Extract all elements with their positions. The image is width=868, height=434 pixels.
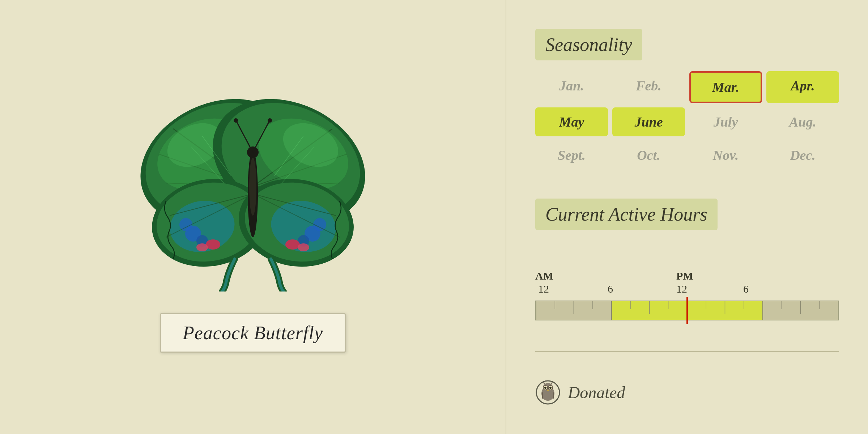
butterfly-display: Peacock Butterfly xyxy=(130,82,376,353)
seasonality-title: Seasonality xyxy=(535,29,642,60)
current-time-marker xyxy=(686,297,688,324)
month-aug: Aug. xyxy=(766,107,839,136)
svg-point-23 xyxy=(196,243,208,251)
month-mar: Mar. xyxy=(689,71,762,103)
month-jan: Jan. xyxy=(535,71,608,103)
svg-point-22 xyxy=(206,239,220,250)
am-label: AM xyxy=(535,270,553,282)
am-6-label: 6 xyxy=(608,283,613,295)
donated-label: Donated xyxy=(568,383,625,402)
pm-6-label: 6 xyxy=(743,283,749,295)
svg-point-41 xyxy=(234,118,238,123)
butterfly-name: Peacock Butterfly xyxy=(183,323,323,343)
active-hours-section: Current Active Hours AM 12 6 PM 12 6 xyxy=(535,199,839,326)
svg-point-37 xyxy=(249,158,256,216)
svg-point-20 xyxy=(179,218,192,231)
svg-point-32 xyxy=(285,239,300,250)
month-sept: Sept. xyxy=(535,141,608,170)
month-oct: Oct. xyxy=(612,141,685,170)
svg-point-42 xyxy=(268,118,272,123)
left-panel: Peacock Butterfly xyxy=(0,0,506,434)
donated-section: Donated xyxy=(535,380,839,405)
active-hours-title: Current Active Hours xyxy=(535,199,718,230)
seasonality-grid: Jan. Feb. Mar. Apr. May June xyxy=(535,71,839,170)
month-may: May xyxy=(535,107,608,136)
right-panel: Seasonality Jan. Feb. Mar. Apr. May xyxy=(506,0,868,434)
month-nov: Nov. xyxy=(689,141,762,170)
owl-icon xyxy=(535,380,561,405)
month-feb: Feb. xyxy=(612,71,685,103)
name-plate: Peacock Butterfly xyxy=(160,313,346,353)
svg-point-33 xyxy=(298,243,309,251)
month-june: June xyxy=(612,107,685,136)
seasonality-section: Seasonality Jan. Feb. Mar. Apr. May xyxy=(535,29,839,170)
month-dec: Dec. xyxy=(766,141,839,170)
svg-point-73 xyxy=(549,387,552,389)
am-12-label: 12 xyxy=(538,283,549,295)
svg-point-72 xyxy=(544,387,546,389)
timeline-bar xyxy=(535,297,839,326)
main-container: Peacock Butterfly Seasonality Jan. Feb. … xyxy=(0,0,868,434)
svg-point-30 xyxy=(313,218,326,231)
timeline-wrapper: AM 12 6 PM 12 6 xyxy=(535,270,839,326)
pm-label: PM xyxy=(676,270,693,282)
timeline-labels: AM 12 6 PM 12 6 xyxy=(535,270,839,297)
pm-12-label: 12 xyxy=(676,283,687,295)
month-july: July xyxy=(689,107,762,136)
butterfly-illustration xyxy=(130,82,376,292)
divider xyxy=(535,351,839,352)
month-apr: Apr. xyxy=(766,71,839,103)
